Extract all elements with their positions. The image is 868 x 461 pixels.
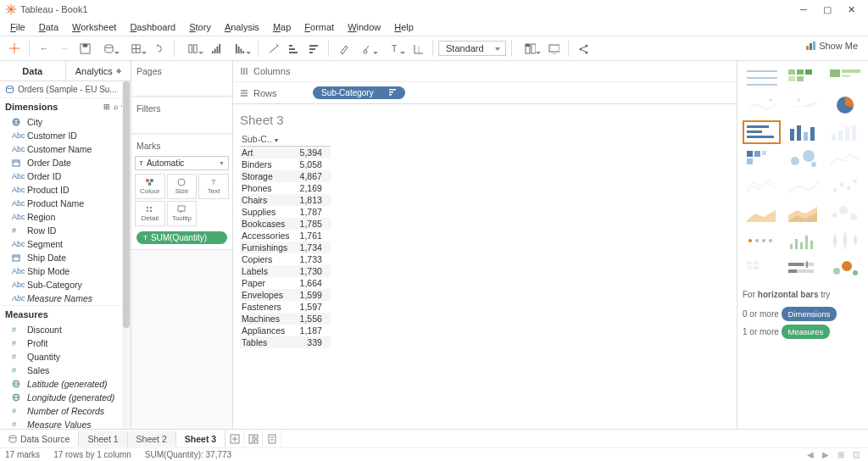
- column-header-subcategory[interactable]: Sub-C.. ▾: [240, 132, 298, 147]
- chart-type-5[interactable]: [826, 93, 864, 117]
- forward-button[interactable]: →: [55, 39, 74, 58]
- status-icon-4[interactable]: ⊡: [853, 450, 863, 460]
- field-profit[interactable]: #Profit: [0, 336, 131, 350]
- field-product-name[interactable]: AbcProduct Name: [0, 197, 131, 210]
- share-button[interactable]: [574, 39, 593, 58]
- field-measure-names[interactable]: AbcMeasure Names: [0, 292, 131, 305]
- tooltip-button[interactable]: Tooltip: [167, 201, 198, 226]
- presentation-button[interactable]: [544, 39, 563, 58]
- colour-button[interactable]: Colour: [135, 174, 165, 199]
- menu-map[interactable]: Map: [266, 20, 298, 34]
- table-row[interactable]: Appliances1,187: [240, 325, 331, 336]
- field-ship-date[interactable]: Ship Date: [0, 251, 131, 264]
- field-region[interactable]: AbcRegion: [0, 210, 131, 224]
- sort-button-3[interactable]: [304, 39, 323, 58]
- field-latitude--generated-[interactable]: Latitude (generated): [0, 377, 131, 391]
- pages-shelf[interactable]: Pages: [131, 61, 232, 97]
- tab-sheet-2[interactable]: Sheet 2: [128, 431, 176, 447]
- columns-shelf[interactable]: Columns: [233, 61, 737, 82]
- field-quantity[interactable]: #Quantity: [0, 350, 131, 364]
- tableau-icon[interactable]: [5, 39, 24, 58]
- view-icon[interactable]: ⊞: [103, 103, 110, 111]
- table-row[interactable]: Labels1,730: [240, 265, 331, 277]
- table-row[interactable]: Envelopes1,599: [240, 289, 331, 301]
- table-row[interactable]: Bookcases1,785: [240, 218, 331, 230]
- chart-type-10[interactable]: [784, 147, 822, 171]
- tab-sheet-1[interactable]: Sheet 1: [79, 431, 127, 447]
- table-row[interactable]: Storage4,867: [240, 170, 331, 182]
- show-me-button[interactable]: Show Me: [800, 39, 863, 53]
- new-datasource-button[interactable]: [96, 39, 121, 58]
- chart-type-16[interactable]: [784, 202, 822, 225]
- table-row[interactable]: Chairs1,813: [240, 194, 331, 206]
- field-order-date[interactable]: Order Date: [0, 156, 131, 169]
- tab-analytics[interactable]: Analytics◆: [66, 61, 131, 81]
- field-order-id[interactable]: AbcOrder ID: [0, 169, 131, 183]
- menu-dashboard[interactable]: Dashboard: [123, 20, 182, 34]
- sheet-title[interactable]: Sheet 3: [233, 104, 737, 132]
- swap-button[interactable]: [180, 39, 205, 58]
- chart-type-15[interactable]: [743, 202, 781, 225]
- table-row[interactable]: Paper1,664: [240, 277, 331, 289]
- table-row[interactable]: Phones2,169: [240, 182, 331, 194]
- field-sales[interactable]: #Sales: [0, 364, 131, 377]
- field-customer-name[interactable]: AbcCustomer Name: [0, 142, 131, 156]
- show-cards-button[interactable]: [517, 39, 542, 58]
- highlight-button[interactable]: [334, 39, 353, 58]
- datasource-item[interactable]: Orders (Sample - EU Su...: [0, 81, 131, 97]
- table-row[interactable]: Fasteners1,597: [240, 301, 331, 313]
- field-number-of-records[interactable]: #Number of Records: [0, 404, 131, 418]
- menu-file[interactable]: File: [3, 20, 32, 34]
- group-button[interactable]: [264, 39, 282, 58]
- new-worksheet-tab[interactable]: [225, 431, 244, 447]
- filters-shelf[interactable]: Filters: [131, 98, 232, 134]
- chart-type-1[interactable]: [784, 66, 822, 90]
- scrollbar[interactable]: [122, 81, 131, 434]
- marks-pill-quantity[interactable]: TSUM(Quantity): [136, 231, 227, 244]
- table-row[interactable]: Art5,394: [240, 147, 331, 159]
- mark-type-dropdown[interactable]: TAutomatic▼: [135, 156, 229, 170]
- status-icon-3[interactable]: ⊞: [837, 450, 848, 460]
- sort-asc-button[interactable]: [207, 39, 225, 58]
- menu-help[interactable]: Help: [387, 20, 420, 34]
- field-product-id[interactable]: AbcProduct ID: [0, 183, 131, 197]
- text-button[interactable]: TText: [198, 174, 229, 199]
- menu-story[interactable]: Story: [182, 20, 218, 34]
- chart-type-22[interactable]: [784, 256, 822, 280]
- table-row[interactable]: Tables339: [240, 336, 331, 348]
- menu-data[interactable]: Data: [32, 20, 65, 34]
- menu-window[interactable]: Window: [341, 20, 387, 34]
- chart-type-0[interactable]: [743, 66, 781, 90]
- menu-analysis[interactable]: Analysis: [218, 20, 266, 34]
- detail-button[interactable]: Detail: [135, 201, 165, 226]
- table-row[interactable]: Accessories1,761: [240, 230, 331, 242]
- tab-datasource[interactable]: Data Source: [0, 431, 79, 447]
- table-row[interactable]: Copiers1,733: [240, 253, 331, 265]
- maximize-button[interactable]: ▢: [815, 2, 839, 17]
- field-ship-mode[interactable]: AbcShip Mode: [0, 264, 131, 278]
- field-longitude--generated-[interactable]: Longitude (generated): [0, 391, 131, 404]
- table-row[interactable]: Binders5,058: [240, 158, 331, 170]
- back-button[interactable]: ←: [35, 39, 53, 58]
- menu-worksheet[interactable]: Worksheet: [65, 20, 123, 34]
- size-button[interactable]: Size: [167, 174, 198, 199]
- close-button[interactable]: ✕: [839, 2, 863, 17]
- minimize-button[interactable]: ─: [792, 2, 815, 17]
- new-dashboard-tab[interactable]: [244, 431, 263, 447]
- field-sub-category[interactable]: AbcSub-Category: [0, 278, 131, 292]
- field-customer-id[interactable]: AbcCustomer ID: [0, 129, 131, 142]
- show-labels-button[interactable]: T: [381, 39, 407, 58]
- duplicate-button[interactable]: [150, 39, 169, 58]
- chart-type-23[interactable]: [826, 256, 864, 280]
- chart-type-19[interactable]: [784, 229, 822, 253]
- chart-type-7[interactable]: [784, 120, 822, 144]
- chart-type-9[interactable]: [743, 147, 781, 171]
- field-row-id[interactable]: #Row ID: [0, 224, 131, 237]
- new-story-tab[interactable]: [263, 431, 281, 447]
- rows-shelf[interactable]: Rows Sub-Category: [233, 82, 737, 103]
- table-row[interactable]: Supplies1,787: [240, 206, 331, 218]
- menu-format[interactable]: Format: [298, 20, 341, 34]
- new-worksheet-button[interactable]: [123, 39, 148, 58]
- group-members-button[interactable]: [354, 39, 380, 58]
- sort-desc-button[interactable]: [227, 39, 253, 58]
